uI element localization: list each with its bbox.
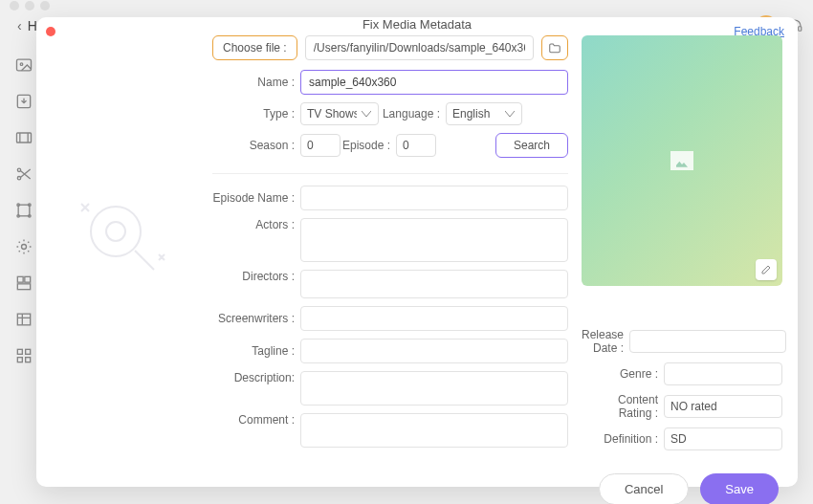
- episode-label: Episode :: [341, 139, 396, 152]
- episode-input[interactable]: [396, 134, 436, 157]
- cancel-button[interactable]: Cancel: [599, 473, 689, 504]
- definition-select[interactable]: SD: [664, 427, 782, 450]
- search-button[interactable]: Search: [495, 133, 568, 158]
- image-placeholder-icon: [670, 151, 693, 170]
- content-rating-label: Content Rating :: [582, 393, 664, 420]
- svg-point-23: [91, 207, 141, 256]
- edit-cover-button[interactable]: [756, 259, 777, 280]
- svg-rect-6: [17, 133, 32, 142]
- svg-point-14: [22, 245, 27, 250]
- crop-icon[interactable]: [14, 201, 33, 220]
- actors-label: Actors :: [212, 218, 300, 231]
- actors-input[interactable]: [300, 218, 568, 262]
- window-titlebar: [0, 0, 813, 11]
- svg-rect-20: [26, 349, 31, 354]
- name-input[interactable]: [300, 70, 568, 95]
- description-input[interactable]: [300, 371, 568, 405]
- directors-label: Directors :: [212, 270, 300, 283]
- language-select[interactable]: English: [446, 102, 522, 125]
- settings-icon[interactable]: [14, 237, 33, 256]
- screenwriters-input[interactable]: [300, 306, 568, 331]
- file-path-input[interactable]: [305, 35, 534, 60]
- svg-rect-2: [799, 27, 802, 32]
- season-label: Season :: [212, 139, 300, 152]
- svg-point-24: [106, 222, 125, 241]
- type-select[interactable]: TV Shows: [300, 102, 379, 125]
- back-chevron-icon[interactable]: ‹: [17, 18, 22, 33]
- directors-input[interactable]: [300, 270, 568, 298]
- svg-rect-18: [17, 314, 30, 325]
- type-label: Type :: [212, 107, 300, 121]
- screenwriters-label: Screenwriters :: [212, 312, 300, 325]
- save-button[interactable]: Save: [700, 473, 779, 504]
- traffic-light-min[interactable]: [25, 1, 34, 11]
- svg-point-8: [17, 177, 20, 180]
- modal-header: Fix Media Metadata Feedback: [36, 17, 798, 32]
- modal-footer: Cancel Save: [36, 466, 798, 504]
- cover-preview: [582, 35, 782, 286]
- empty-illustration: [52, 35, 199, 458]
- scissors-icon[interactable]: [14, 164, 33, 184]
- svg-point-4: [20, 63, 23, 66]
- modal-title: Fix Media Metadata: [363, 17, 472, 32]
- svg-point-7: [17, 168, 20, 171]
- section-divider: [212, 173, 568, 174]
- language-label: Language :: [379, 107, 446, 121]
- form-main: Choose file : Name : Type : TV Shows Lan…: [212, 35, 568, 458]
- download-icon[interactable]: [14, 92, 33, 111]
- genre-select[interactable]: [664, 362, 782, 385]
- svg-rect-17: [17, 284, 30, 290]
- svg-rect-9: [18, 205, 30, 216]
- episode-name-label: Episode Name :: [212, 191, 300, 205]
- browse-folder-button[interactable]: [541, 35, 568, 60]
- apps-icon[interactable]: [14, 346, 33, 365]
- svg-rect-21: [17, 358, 22, 362]
- name-label: Name :: [212, 76, 300, 89]
- season-input[interactable]: [300, 134, 341, 157]
- svg-rect-22: [26, 358, 31, 362]
- svg-rect-16: [25, 276, 31, 282]
- svg-rect-19: [17, 349, 22, 354]
- fix-metadata-modal: Fix Media Metadata Feedback Choose file …: [36, 17, 798, 487]
- traffic-light-max[interactable]: [40, 1, 50, 11]
- tagline-label: Tagline :: [212, 344, 300, 358]
- film-icon[interactable]: [14, 128, 33, 147]
- choose-file-button[interactable]: Choose file :: [212, 35, 297, 60]
- comment-input[interactable]: [300, 413, 568, 448]
- image-icon[interactable]: [14, 55, 33, 75]
- tagline-input[interactable]: [300, 339, 568, 363]
- table-icon[interactable]: [14, 310, 33, 329]
- comment-label: Comment :: [212, 413, 300, 427]
- release-date-input[interactable]: [629, 330, 786, 353]
- definition-label: Definition :: [582, 432, 664, 446]
- episode-name-input[interactable]: [300, 186, 568, 210]
- content-rating-select[interactable]: NO rated: [664, 395, 782, 418]
- description-label: Description:: [212, 371, 300, 384]
- genre-label: Genre :: [582, 367, 664, 381]
- svg-rect-15: [17, 276, 23, 282]
- right-column: Release Date : Genre : Content Rating : …: [582, 35, 782, 458]
- layout-icon[interactable]: [14, 274, 33, 293]
- release-date-label: Release Date :: [582, 328, 629, 355]
- traffic-light-close[interactable]: [10, 1, 19, 11]
